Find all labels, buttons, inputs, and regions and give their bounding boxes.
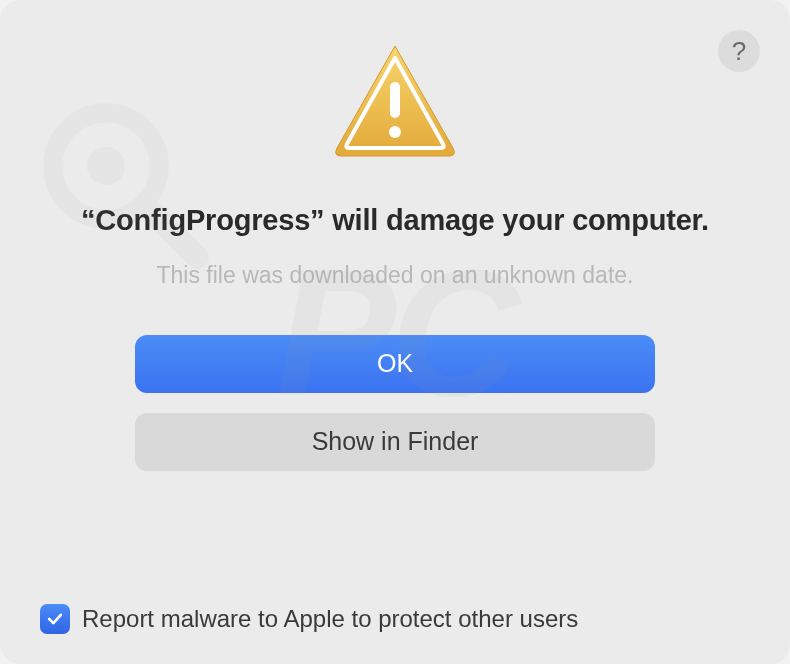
watermark-magnifier-icon bbox=[30, 90, 220, 284]
report-malware-label[interactable]: Report malware to Apple to protect other… bbox=[82, 605, 578, 633]
question-mark-icon: ? bbox=[732, 36, 746, 67]
ok-button[interactable]: OK bbox=[135, 335, 655, 393]
button-group: OK Show in Finder bbox=[135, 335, 655, 471]
report-malware-row: Report malware to Apple to protect other… bbox=[40, 604, 578, 634]
svg-rect-3 bbox=[390, 82, 400, 118]
warning-icon bbox=[331, 40, 459, 160]
show-in-finder-button[interactable]: Show in Finder bbox=[135, 413, 655, 471]
ok-button-label: OK bbox=[377, 349, 413, 378]
security-alert-dialog: PC ? “ConfigProgress” will damage your c… bbox=[0, 0, 790, 664]
svg-point-4 bbox=[389, 126, 401, 138]
dialog-title: “ConfigProgress” will damage your comput… bbox=[81, 202, 709, 240]
check-icon bbox=[45, 609, 65, 629]
report-malware-checkbox[interactable] bbox=[40, 604, 70, 634]
show-in-finder-label: Show in Finder bbox=[312, 427, 479, 456]
dialog-subtitle: This file was downloaded on an unknown d… bbox=[157, 262, 634, 289]
help-button[interactable]: ? bbox=[718, 30, 760, 72]
svg-point-1 bbox=[87, 147, 125, 185]
